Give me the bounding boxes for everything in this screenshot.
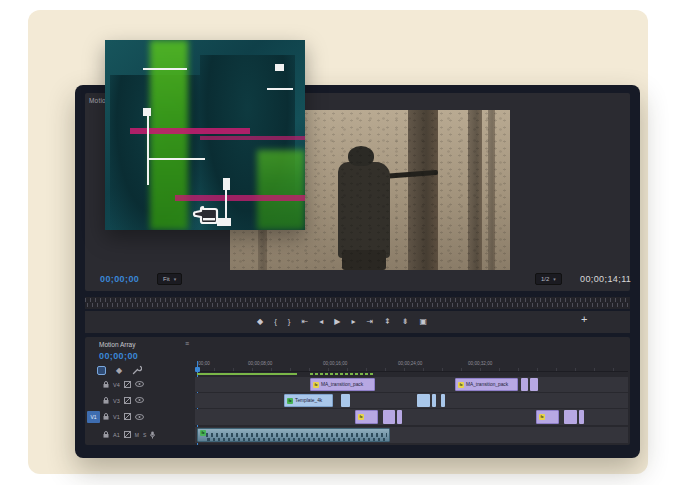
fx-badge: fx <box>358 414 364 420</box>
render-bar <box>197 373 297 375</box>
ruler-timecode-label: :00;00 <box>197 361 210 366</box>
tick-texture <box>85 298 630 302</box>
lift-icon[interactable]: ⇞ <box>384 318 391 326</box>
clip-label: MA_transition_pack <box>466 382 508 387</box>
page: Motio 00;00;00 Fit ▾ 1/2 ▾ 00;0 <box>0 0 676 485</box>
ruler-timecode-label: 00;00;16;00 <box>323 361 347 366</box>
monitor-scrub-strip[interactable] <box>85 297 630 309</box>
duration-timecode: 00;00;14;11 <box>580 274 631 284</box>
ruler-timecode-label: 00;00;32;00 <box>468 361 492 366</box>
mute-button[interactable]: M <box>135 432 139 438</box>
timeline-ruler[interactable]: :00;0000;00;08;0000;00;16;0000;00;24;000… <box>195 359 628 372</box>
go-to-in-icon[interactable]: ⇤ <box>302 318 309 326</box>
ruler-timecode-label: 00;00;08;00 <box>248 361 272 366</box>
zoom-level-select[interactable]: Fit ▾ <box>157 273 182 285</box>
ui-frame-line <box>143 68 187 70</box>
ui-frame-line <box>225 190 227 218</box>
play-icon[interactable]: ▶ <box>334 318 340 326</box>
ruler-timecode-label: 00;00;24;00 <box>398 361 422 366</box>
ui-handle-square <box>143 108 151 116</box>
clip-fragment[interactable] <box>564 410 577 424</box>
transport-toolbar: ◆{}⇤◂▶▸⇥⇞⇟▣ + <box>85 311 630 333</box>
track-header-v1: V1V1 <box>85 409 193 425</box>
add-button[interactable]: + <box>581 314 587 325</box>
export-frame-icon[interactable]: ▣ <box>420 318 428 326</box>
clip-fragment[interactable] <box>441 394 445 407</box>
clip-fragment[interactable] <box>432 394 436 407</box>
monitor-panel-tab[interactable]: Motio <box>89 97 106 104</box>
fx-badge: fx <box>458 382 464 388</box>
ui-frame-line <box>147 115 149 185</box>
audio-waveform <box>206 438 387 442</box>
timeline-clip[interactable]: fxTemplate_4k <box>284 394 333 407</box>
track-header-a1: A1MS <box>85 427 193 443</box>
source-timecode: 00;00;00 <box>100 274 139 284</box>
timeline-track-a1: fx <box>195 427 628 443</box>
lock-icon[interactable] <box>103 397 109 405</box>
ui-handle-square <box>275 64 284 71</box>
sync-lock-icon[interactable] <box>124 413 131 421</box>
extract-icon[interactable]: ⇟ <box>402 318 409 326</box>
chevron-down-icon: ▾ <box>174 276 177 282</box>
lock-icon[interactable] <box>103 431 109 439</box>
mark-out-icon[interactable]: } <box>288 318 291 326</box>
ui-handle-square <box>223 178 230 190</box>
track-label: V3 <box>113 398 120 404</box>
audio-waveform <box>206 433 387 437</box>
mark-in-icon[interactable]: { <box>274 318 277 326</box>
audio-clip[interactable]: fx <box>197 428 390 442</box>
eye-icon[interactable] <box>135 414 144 421</box>
solo-button[interactable]: S <box>143 432 146 438</box>
track-label: V1 <box>113 414 120 420</box>
clip-fragment[interactable] <box>530 378 538 391</box>
tick-texture <box>85 303 630 307</box>
fx-badge: fx <box>287 398 293 404</box>
magenta-glitch-bar <box>200 136 305 140</box>
timeline-panel: Motion Array ≡ 00;00;00 ◆ :00;0000;00;08… <box>85 337 630 445</box>
clip-fragment[interactable] <box>383 410 395 424</box>
grab-cursor-icon <box>191 201 225 241</box>
clip-fragment[interactable] <box>579 410 584 424</box>
lock-icon[interactable] <box>103 381 109 389</box>
sync-lock-icon[interactable] <box>124 381 131 389</box>
timeline-track-v4: fxMA_transition_packfxMA_transition_pack <box>195 377 628 392</box>
track-header-v4: V4 <box>85 377 193 392</box>
ui-frame-line <box>147 158 205 160</box>
timeline-clip[interactable]: fx <box>355 410 378 424</box>
timeline-lanes: :00;0000;00;08;0000;00;16;0000;00;24;000… <box>195 337 628 445</box>
track-label: A1 <box>113 432 120 438</box>
timeline-clip[interactable]: fx <box>536 410 559 424</box>
step-back-icon[interactable]: ◂ <box>319 318 323 326</box>
step-forward-icon[interactable]: ▸ <box>351 318 355 326</box>
chevron-down-icon: ▾ <box>553 276 556 282</box>
eye-icon[interactable] <box>135 381 144 388</box>
fx-badge: fx <box>539 414 545 420</box>
clip-fragment[interactable] <box>417 394 430 407</box>
track-headers: V4V3V1V1A1MS <box>85 337 195 445</box>
ui-frame-line <box>267 88 293 90</box>
go-to-out-icon[interactable]: ⇥ <box>366 318 373 326</box>
green-glitch-patch <box>257 150 305 230</box>
add-marker-icon[interactable]: ◆ <box>257 318 263 326</box>
clip-fragment[interactable] <box>397 410 402 424</box>
clip-fragment[interactable] <box>521 378 528 391</box>
lock-icon[interactable] <box>103 413 109 421</box>
playback-resolution-select[interactable]: 1/2 ▾ <box>535 273 562 285</box>
track-header-v3: V3 <box>85 393 193 408</box>
eye-icon[interactable] <box>135 397 144 404</box>
target-track-badge[interactable]: V1 <box>87 411 100 423</box>
timeline-clip[interactable]: fxMA_transition_pack <box>455 378 518 391</box>
render-bar <box>310 373 375 375</box>
clip-label: Template_4k <box>295 398 322 403</box>
playback-resolution-value: 1/2 <box>541 276 549 282</box>
timeline-track-v1: fxfx <box>195 409 628 425</box>
track-label: V4 <box>113 382 120 388</box>
cursor-detail <box>203 218 215 220</box>
zoom-level-value: Fit <box>163 276 170 282</box>
clip-fragment[interactable] <box>341 394 350 407</box>
mic-icon[interactable] <box>150 431 155 440</box>
clip-label: MA_transition_pack <box>321 382 363 387</box>
timeline-clip[interactable]: fxMA_transition_pack <box>310 378 375 391</box>
sync-lock-icon[interactable] <box>124 397 131 405</box>
sync-lock-icon[interactable] <box>124 431 131 439</box>
